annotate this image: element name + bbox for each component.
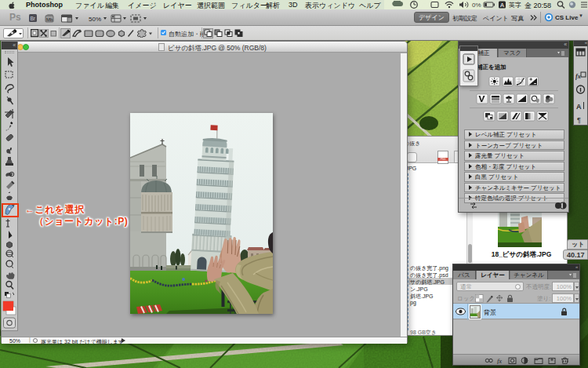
- svg-text:fx: fx: [575, 73, 581, 80]
- svg-text:Br: Br: [31, 16, 36, 21]
- svg-text:¶: ¶: [577, 116, 581, 124]
- svg-text:50%: 50%: [89, 16, 101, 23]
- svg-text:A: A: [500, 2, 504, 9]
- svg-text:0%: 0%: [472, 2, 481, 9]
- svg-text:Mb: Mb: [46, 17, 53, 22]
- svg-text:fx: fx: [497, 357, 502, 364]
- svg-text:英字: 英字: [509, 2, 521, 9]
- svg-text:A: A: [576, 103, 582, 111]
